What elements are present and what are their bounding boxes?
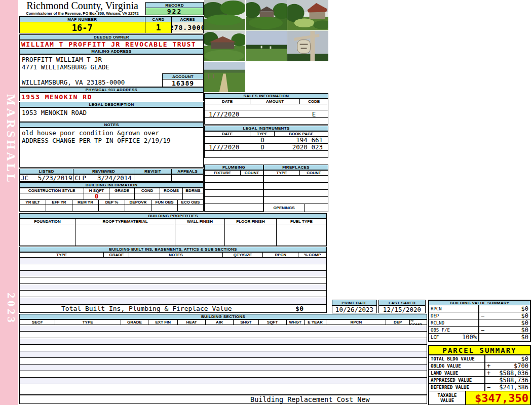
foundation-label: FOUNDATION: [20, 219, 75, 224]
hsqft-value: 0: [84, 193, 109, 199]
bdrms-label: BDRMS: [183, 188, 203, 193]
print-date-box: PRINT DATE 10/26/2023: [332, 300, 377, 313]
openings-label: OPENINGS: [264, 204, 305, 212]
bs-extfin-label: EXT FIN: [148, 320, 178, 325]
ecoobs-label: ECO OBS: [178, 200, 203, 205]
card-value: 1: [145, 22, 172, 33]
li-date-label: DATE: [205, 132, 250, 136]
review-value-row: JC5/23/2019 CLP3/24/2014: [19, 174, 204, 182]
bvs-value: $0: [521, 327, 528, 334]
appeals-label: APPEALS: [172, 169, 203, 174]
map-number-value: 16-7: [20, 22, 145, 33]
grade-label: GRADE: [109, 188, 135, 193]
reviewed-value: CLP3/24/2014: [73, 175, 134, 181]
mailing-address-label: MAILING ADDRESS: [19, 49, 204, 54]
listed-value: JC5/23/2019: [20, 175, 73, 181]
sales-amount-label: AMOUNT: [250, 99, 300, 104]
bs-eyear-label: E YEAR: [305, 320, 327, 325]
built-ins-title: BUILDING BUILT INS, BASEMENTS, ATTICS & …: [19, 247, 327, 252]
effyr-label: EFF YR: [46, 200, 72, 205]
sale-date: 1/7/2020: [205, 110, 250, 118]
bvs-label: LCF: [431, 335, 439, 340]
table-row: [20, 332, 427, 338]
parcel-op: +: [487, 370, 490, 377]
bvs-label: OBS F/E: [431, 328, 450, 333]
building-info-values2: [19, 205, 204, 212]
parcel-row: TOTAL BLDG VALUE $0: [429, 355, 530, 362]
sidebar-year-label: 2023: [0, 286, 18, 332]
legal-instruments: LEGAL INSTRUMENTS DATE TYPE BOOK PAGE D …: [204, 126, 328, 158]
sales-header: DATE AMOUNT CODE: [204, 99, 328, 104]
legal-description-label: LEGAL DESCRIPTION: [19, 102, 204, 107]
parcel-label: TOTAL BLDG VALUE: [429, 355, 485, 362]
sidebar-vendor-label: MARSHALL: [0, 81, 18, 197]
taxable-label-line1: TAXABLE: [438, 393, 457, 398]
physical-address-value: 1953 MENOKIN RD: [19, 93, 204, 101]
bvs-title: BUILDING VALUE SUMMARY: [428, 300, 531, 305]
taxable-label-line2: VALUE: [440, 398, 454, 403]
plumbing-rows: [204, 176, 263, 212]
built-ins-total-row: Total Built Ins, Plumbing & Fireplace Va…: [19, 304, 327, 313]
photo-empty-slot: [287, 62, 328, 92]
li-bookpage: 2020 023: [275, 143, 328, 151]
parcel-row: LAND VALUE +$588,036: [429, 370, 530, 377]
card-label: CARD: [145, 17, 172, 22]
table-row: [205, 151, 328, 157]
sales-title: SALES INFORMATION: [204, 93, 328, 99]
bi-type-label: TYPE: [20, 253, 104, 257]
notes-block: old house poor condition &grown over ADD…: [19, 128, 204, 168]
table-row: [20, 378, 427, 384]
table-row: [20, 264, 326, 271]
bvs-row: LCF100% $0: [429, 334, 530, 341]
li-date: 1/7/2020: [205, 143, 250, 151]
table-row: [20, 364, 427, 371]
table-row: D 194 661: [205, 137, 328, 144]
county-subtitle: Commissioner of the Revenue, PO Box 366,…: [19, 11, 145, 16]
bs-rpcn-label: RPCN: [326, 320, 386, 325]
print-date-value: 10/26/2023: [332, 305, 377, 313]
cond-label: COND: [135, 188, 160, 193]
depovr-label: DEPOVR: [125, 200, 151, 205]
table-row: [20, 345, 427, 351]
bvs-value: $0: [521, 319, 528, 327]
built-ins-rows: [19, 257, 327, 304]
parcel-value: $241,386: [499, 384, 528, 391]
legal-instruments-rows: D 194 661 1/7/2020 D 2020 023: [204, 137, 328, 158]
construction-style-label: CONSTRUCTION STYLE: [20, 188, 84, 193]
table-row: [20, 258, 326, 264]
deeded-owner-label: DEEDED OWNER: [19, 34, 204, 40]
county-header: Richmond County, Virginia Commissioner o…: [19, 1, 145, 16]
li-bookpage-label: BOOK PAGE: [275, 132, 328, 136]
parcel-row: APPRAISED VALUE $588,736: [429, 377, 530, 384]
sale-code: E: [300, 110, 328, 118]
photo-empty-slot: [246, 62, 287, 92]
property-photos: [204, 0, 328, 92]
bvs-row: OBS F/E −$0: [429, 327, 530, 334]
reviewed-by: CLP: [74, 175, 86, 181]
bi-notes-label: NOTES: [129, 253, 222, 257]
building-sections-rows: [19, 325, 427, 395]
listed-by: JC: [21, 175, 28, 181]
rooms-label: ROOMS: [160, 188, 183, 193]
parcel-label: DEFERRED VALUE: [429, 384, 485, 391]
fireplaces: FIREPLACES TYPE COUNT OPENINGS: [263, 165, 328, 212]
parcel-summary: PARCEL SUMMARY TOTAL BLDG VALUE $0 OBLDG…: [428, 345, 531, 405]
parcel-value: $588,736: [499, 377, 528, 384]
roof-label: ROOF TYPE/MATERIAL: [75, 219, 175, 224]
table-row: [20, 291, 326, 297]
photo-farm-sign: [287, 31, 328, 61]
revisit-label: REVISIT: [134, 169, 172, 174]
bs-whgt-label: WHGT: [287, 320, 305, 325]
table-row: [205, 176, 263, 183]
building-sections-title: BUILDING SECTIONS: [19, 314, 427, 319]
taxable-row: TAXABLE VALUE $347,350: [429, 391, 530, 404]
last-saved-value: 12/15/2020: [378, 305, 426, 313]
bs-comp-label: % COMP: [410, 320, 427, 325]
table-row: [205, 118, 328, 124]
building-properties-values: [19, 224, 327, 246]
table-row: [20, 277, 326, 284]
parcel-row: DEFERRED VALUE −$241,386: [429, 384, 530, 391]
bs-air-label: AIR: [206, 320, 234, 325]
bvs-row: RPCN $0: [429, 305, 530, 312]
bi-rpcn-label: RPCN: [263, 253, 298, 257]
